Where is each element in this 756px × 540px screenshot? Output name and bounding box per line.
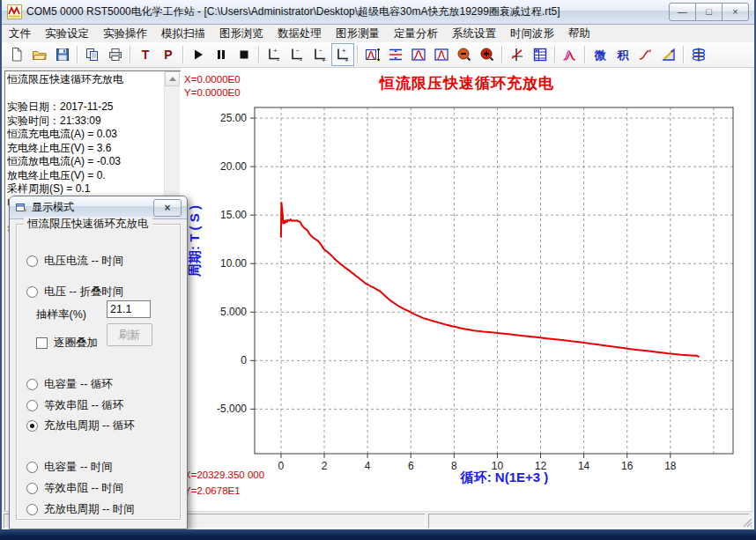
info-line: 恒流放电电流(A) = -0.03 bbox=[7, 155, 163, 169]
cursor-marker-button[interactable] bbox=[506, 43, 529, 66]
chart-area: X=0.0000E0 Y=0.0000E0 恒流限压快速循环充放电 024681… bbox=[181, 68, 751, 511]
option-esr-time[interactable]: 等效串阻 -- 时间 bbox=[26, 481, 123, 495]
app-window: COM5 0000 RST5000电化学工作站 - [C:\Users\Admi… bbox=[0, 0, 756, 529]
menu-item[interactable]: 数据处理 bbox=[271, 25, 329, 43]
menu-item[interactable]: 时间波形 bbox=[503, 25, 561, 43]
close-button[interactable]: × bbox=[722, 3, 749, 21]
peak-window-2-button[interactable] bbox=[430, 43, 453, 66]
info-line bbox=[7, 87, 163, 101]
new-file-button[interactable] bbox=[5, 43, 28, 66]
option-period-cycle[interactable]: 充放电周期 -- 循环 bbox=[26, 418, 135, 433]
info-line: 恒流限压快速循环充放电 bbox=[7, 73, 163, 87]
radio-icon[interactable] bbox=[26, 286, 38, 298]
radio-icon[interactable] bbox=[26, 255, 38, 267]
option-voltage-current-time[interactable]: 电压电流 -- 时间 bbox=[26, 254, 123, 268]
svg-text:15.00: 15.00 bbox=[220, 209, 247, 221]
display-mode-dialog: 显示模式 × 恒流限压快速循环充放电 电压电流 -- 时间 电压 -- 折叠时间… bbox=[9, 196, 188, 529]
spiral-3d-button[interactable] bbox=[687, 43, 710, 66]
menu-item[interactable]: 实验设定 bbox=[38, 25, 96, 43]
option-period-time[interactable]: 充放电周期 -- 时间 bbox=[26, 502, 135, 516]
menu-bar: 文件实验设定实验操作模拟扫描图形浏览数据处理图形测量定量分析系统设置时间波形帮助 bbox=[2, 25, 754, 43]
radio-icon[interactable] bbox=[26, 379, 38, 390]
overlay-curves-button[interactable] bbox=[559, 43, 582, 66]
axis-minus-minus-button[interactable]: -- bbox=[285, 43, 308, 66]
plot-canvas[interactable]: 02468101214161825.0020.0015.0010.005.000… bbox=[181, 68, 752, 511]
svg-text:18: 18 bbox=[664, 460, 677, 472]
print-button[interactable] bbox=[104, 43, 127, 66]
svg-text:0: 0 bbox=[241, 354, 247, 366]
fit-y-button[interactable] bbox=[384, 43, 407, 66]
overlay-per-cycle-row[interactable]: 逐圈叠加 bbox=[36, 336, 98, 350]
restore-button[interactable]: □ bbox=[695, 3, 723, 21]
option-esr-cycle[interactable]: 等效串阻 -- 循环 bbox=[26, 398, 123, 412]
p-mode-button[interactable]: P bbox=[157, 43, 180, 66]
radio-icon[interactable] bbox=[26, 483, 38, 494]
resize-grip[interactable] bbox=[742, 517, 752, 528]
zoom-in-button[interactable] bbox=[476, 43, 499, 66]
radio-icon[interactable] bbox=[26, 400, 38, 411]
menu-item[interactable]: 模拟扫描 bbox=[154, 25, 212, 43]
info-line: 放电终止电压(V) = 0. bbox=[7, 169, 163, 183]
dialog-icon bbox=[15, 202, 27, 214]
radio-icon[interactable] bbox=[26, 420, 38, 432]
svg-text:周期: T ( S ): 周期: T ( S ) bbox=[187, 205, 202, 277]
svg-text:8: 8 bbox=[451, 460, 457, 472]
svg-text:0: 0 bbox=[278, 460, 285, 472]
stop-button[interactable] bbox=[233, 43, 256, 66]
svg-text:-: - bbox=[300, 55, 302, 63]
menu-item[interactable]: 帮助 bbox=[561, 25, 597, 43]
svg-text:-: - bbox=[296, 47, 299, 55]
menu-item[interactable]: 文件 bbox=[2, 25, 38, 43]
open-file-button[interactable] bbox=[28, 43, 51, 66]
peak-window-button[interactable] bbox=[407, 43, 430, 66]
svg-text:-: - bbox=[319, 47, 322, 55]
svg-text:+: + bbox=[322, 56, 326, 63]
measure-tool-button[interactable] bbox=[657, 43, 680, 66]
differentiate-button[interactable]: 微 bbox=[589, 43, 611, 66]
toolbar-separator bbox=[683, 46, 685, 63]
toolbar-separator bbox=[501, 46, 503, 63]
option-capacity-cycle[interactable]: 电容量 -- 循环 bbox=[26, 377, 113, 391]
svg-text:6: 6 bbox=[408, 460, 414, 472]
derivative-curve-button[interactable] bbox=[634, 43, 657, 66]
radio-icon[interactable] bbox=[26, 462, 38, 473]
option-voltage-folded-time[interactable]: 电压 -- 折叠时间 bbox=[26, 285, 123, 299]
refresh-button[interactable]: 刷新 bbox=[107, 323, 152, 346]
toolbar-separator bbox=[357, 46, 359, 63]
info-line: 充电终止电压(V) = 3.6 bbox=[7, 142, 163, 156]
group-label: 恒流限压快速循环充放电 bbox=[24, 217, 152, 232]
pause-button[interactable] bbox=[210, 43, 233, 66]
menu-item[interactable]: 图形浏览 bbox=[212, 25, 271, 43]
t-mode-button[interactable]: T bbox=[134, 43, 157, 66]
zoom-out-button[interactable] bbox=[453, 43, 476, 66]
checkbox-icon[interactable] bbox=[36, 337, 48, 349]
axis-plus-minus-button[interactable]: +- bbox=[263, 43, 285, 66]
minimize-button[interactable]: — bbox=[669, 3, 696, 21]
title-bar: COM5 0000 RST5000电化学工作站 - [C:\Users\Admi… bbox=[2, 0, 754, 25]
dialog-close-button[interactable]: × bbox=[153, 199, 182, 217]
option-capacity-time[interactable]: 电容量 -- 时间 bbox=[26, 460, 113, 474]
menu-item[interactable]: 实验操作 bbox=[96, 25, 154, 43]
scroll-up-button[interactable] bbox=[165, 71, 180, 86]
info-line: 恒流充电电流(A) = 0.03 bbox=[7, 128, 163, 142]
integrate-button[interactable]: 积 bbox=[611, 43, 634, 66]
toolbar-separator bbox=[554, 46, 556, 63]
sampling-rate-input[interactable] bbox=[107, 300, 151, 318]
radio-icon[interactable] bbox=[26, 504, 38, 515]
axis-plus-plus-button[interactable]: ++ bbox=[331, 43, 354, 66]
autoscale-y-button[interactable] bbox=[361, 43, 384, 66]
run-button[interactable] bbox=[187, 43, 210, 66]
copy-button[interactable] bbox=[81, 43, 104, 66]
svg-text:4: 4 bbox=[365, 460, 371, 472]
menu-item[interactable]: 图形测量 bbox=[329, 25, 387, 43]
menu-item[interactable]: 系统设置 bbox=[445, 25, 503, 43]
save-button[interactable] bbox=[51, 43, 74, 66]
data-table-button[interactable] bbox=[529, 43, 552, 66]
toolbar: T P +- -- -+ ++ 微 积 bbox=[2, 42, 754, 68]
axis-minus-plus-button[interactable]: -+ bbox=[308, 43, 331, 66]
svg-text:+: + bbox=[273, 47, 278, 55]
menu-item[interactable]: 定量分析 bbox=[387, 25, 445, 43]
svg-text:10.00: 10.00 bbox=[220, 257, 247, 270]
svg-text:-5.000: -5.000 bbox=[217, 403, 247, 415]
toolbar-separator bbox=[584, 46, 586, 63]
